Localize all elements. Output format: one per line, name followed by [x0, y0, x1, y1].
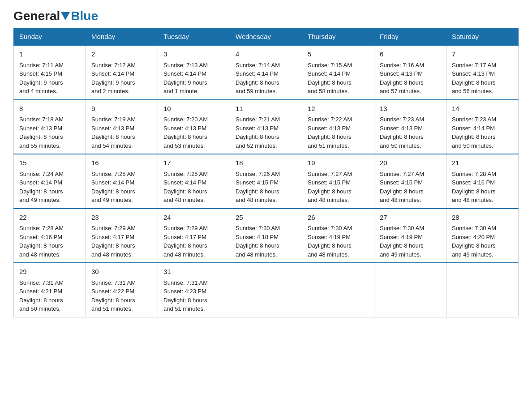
- sunset-info: Sunset: 4:20 PM: [452, 234, 495, 240]
- calendar-cell: [374, 263, 446, 317]
- sunrise-info: Sunrise: 7:12 AM: [91, 62, 136, 68]
- daylight-info: Daylight: 8 hours: [452, 188, 496, 195]
- calendar-cell: 12 Sunrise: 7:22 AM Sunset: 4:13 PM Dayl…: [302, 100, 374, 154]
- daylight-info: Daylight: 8 hours: [452, 242, 496, 249]
- sunrise-info: Sunrise: 7:28 AM: [452, 171, 496, 177]
- logo-area: General Blue: [13, 9, 98, 23]
- calendar-week-row: 29 Sunrise: 7:31 AM Sunset: 4:21 PM Dayl…: [14, 263, 519, 317]
- day-number: 13: [380, 104, 441, 114]
- col-header-saturday: Saturday: [446, 28, 519, 46]
- daylight-info2: and 48 minutes.: [380, 197, 421, 203]
- daylight-info2: and 48 minutes.: [236, 251, 277, 258]
- logo-triangle-icon: [61, 12, 70, 20]
- sunrise-info: Sunrise: 7:20 AM: [163, 116, 208, 123]
- day-number: 31: [163, 267, 224, 277]
- logo-blue-text: Blue: [71, 9, 98, 23]
- sunset-info: Sunset: 4:13 PM: [19, 125, 62, 132]
- daylight-info2: and 57 minutes.: [380, 88, 421, 94]
- daylight-info2: and 48 minutes.: [91, 251, 133, 258]
- calendar-week-row: 8 Sunrise: 7:18 AM Sunset: 4:13 PM Dayli…: [14, 100, 519, 154]
- day-number: 30: [91, 267, 152, 277]
- sunrise-info: Sunrise: 7:24 AM: [19, 171, 64, 177]
- daylight-info: Daylight: 8 hours: [236, 133, 279, 140]
- daylight-info: Daylight: 8 hours: [19, 188, 63, 195]
- calendar-cell: 19 Sunrise: 7:27 AM Sunset: 4:15 PM Dayl…: [302, 154, 374, 209]
- sunset-info: Sunset: 4:13 PM: [91, 125, 134, 132]
- sunset-info: Sunset: 4:17 PM: [163, 234, 206, 240]
- sunrise-info: Sunrise: 7:15 AM: [308, 62, 352, 68]
- calendar-cell: [302, 263, 374, 317]
- calendar-cell: 6 Sunrise: 7:16 AM Sunset: 4:13 PM Dayli…: [374, 45, 446, 100]
- sunset-info: Sunset: 4:21 PM: [19, 288, 62, 295]
- calendar-cell: 1 Sunrise: 7:11 AM Sunset: 4:15 PM Dayli…: [14, 45, 86, 100]
- sunrise-info: Sunrise: 7:25 AM: [163, 171, 208, 177]
- sunset-info: Sunset: 4:14 PM: [163, 70, 206, 77]
- daylight-info: Daylight: 8 hours: [19, 297, 63, 304]
- sunrise-info: Sunrise: 7:30 AM: [452, 225, 496, 231]
- day-number: 2: [91, 49, 152, 60]
- col-header-tuesday: Tuesday: [158, 28, 230, 46]
- daylight-info: Daylight: 9 hours: [19, 79, 63, 86]
- calendar-cell: 20 Sunrise: 7:27 AM Sunset: 4:15 PM Dayl…: [374, 154, 446, 209]
- calendar-cell: 30 Sunrise: 7:31 AM Sunset: 4:22 PM Dayl…: [86, 263, 158, 317]
- day-number: 29: [19, 267, 80, 277]
- sunrise-info: Sunrise: 7:17 AM: [452, 62, 496, 68]
- sunset-info: Sunset: 4:17 PM: [91, 234, 134, 240]
- daylight-info2: and 4 minutes.: [19, 88, 57, 94]
- daylight-info2: and 2 minutes.: [91, 88, 129, 94]
- col-header-thursday: Thursday: [302, 28, 374, 46]
- daylight-info: Daylight: 8 hours: [91, 133, 135, 140]
- day-number: 16: [91, 158, 152, 168]
- daylight-info: Daylight: 8 hours: [163, 133, 207, 140]
- sunset-info: Sunset: 4:13 PM: [380, 70, 423, 77]
- sunset-info: Sunset: 4:14 PM: [452, 125, 495, 132]
- calendar-cell: 28 Sunrise: 7:30 AM Sunset: 4:20 PM Dayl…: [446, 209, 519, 263]
- calendar-cell: 17 Sunrise: 7:25 AM Sunset: 4:14 PM Dayl…: [158, 154, 230, 209]
- day-number: 28: [452, 213, 513, 223]
- day-number: 10: [163, 104, 224, 114]
- daylight-info2: and 48 minutes.: [308, 197, 349, 203]
- daylight-info2: and 50 minutes.: [19, 305, 61, 312]
- daylight-info: Daylight: 8 hours: [452, 133, 496, 140]
- calendar-cell: 9 Sunrise: 7:19 AM Sunset: 4:13 PM Dayli…: [86, 100, 158, 154]
- calendar-cell: 16 Sunrise: 7:25 AM Sunset: 4:14 PM Dayl…: [86, 154, 158, 209]
- daylight-info2: and 48 minutes.: [163, 251, 205, 258]
- calendar-cell: 25 Sunrise: 7:30 AM Sunset: 4:18 PM Dayl…: [230, 209, 302, 263]
- calendar-cell: 11 Sunrise: 7:21 AM Sunset: 4:13 PM Dayl…: [230, 100, 302, 154]
- day-number: 9: [91, 104, 152, 114]
- logo: General Blue: [13, 9, 98, 23]
- sunset-info: Sunset: 4:13 PM: [308, 125, 351, 132]
- sunset-info: Sunset: 4:13 PM: [452, 70, 495, 77]
- sunrise-info: Sunrise: 7:29 AM: [163, 225, 208, 231]
- daylight-info2: and 55 minutes.: [19, 142, 61, 149]
- calendar-cell: 26 Sunrise: 7:30 AM Sunset: 4:19 PM Dayl…: [302, 209, 374, 263]
- daylight-info: Daylight: 8 hours: [308, 188, 352, 195]
- sunset-info: Sunset: 4:15 PM: [380, 179, 423, 186]
- daylight-info2: and 48 minutes.: [236, 197, 277, 203]
- sunrise-info: Sunrise: 7:31 AM: [19, 279, 64, 286]
- col-header-wednesday: Wednesday: [230, 28, 302, 46]
- daylight-info: Daylight: 8 hours: [236, 79, 279, 86]
- day-number: 11: [236, 104, 296, 114]
- daylight-info2: and 50 minutes.: [452, 142, 493, 149]
- sunset-info: Sunset: 4:14 PM: [19, 179, 62, 186]
- calendar-cell: [230, 263, 302, 317]
- sunrise-info: Sunrise: 7:22 AM: [308, 116, 352, 123]
- day-number: 6: [380, 49, 441, 60]
- sunrise-info: Sunrise: 7:27 AM: [308, 171, 352, 177]
- daylight-info: Daylight: 8 hours: [380, 79, 424, 86]
- sunrise-info: Sunrise: 7:30 AM: [308, 225, 352, 231]
- daylight-info2: and 49 minutes.: [452, 251, 493, 258]
- sunrise-info: Sunrise: 7:27 AM: [380, 171, 424, 177]
- daylight-info2: and 51 minutes.: [91, 305, 133, 312]
- sunrise-info: Sunrise: 7:26 AM: [236, 171, 280, 177]
- daylight-info2: and 52 minutes.: [236, 142, 277, 149]
- sunset-info: Sunset: 4:23 PM: [163, 288, 206, 295]
- daylight-info2: and 48 minutes.: [452, 197, 493, 203]
- day-number: 12: [308, 104, 369, 114]
- calendar-cell: 27 Sunrise: 7:30 AM Sunset: 4:19 PM Dayl…: [374, 209, 446, 263]
- daylight-info2: and 59 minutes.: [236, 88, 277, 94]
- day-number: 4: [236, 49, 296, 60]
- sunrise-info: Sunrise: 7:30 AM: [236, 225, 280, 231]
- daylight-info2: and 1 minute.: [163, 88, 199, 94]
